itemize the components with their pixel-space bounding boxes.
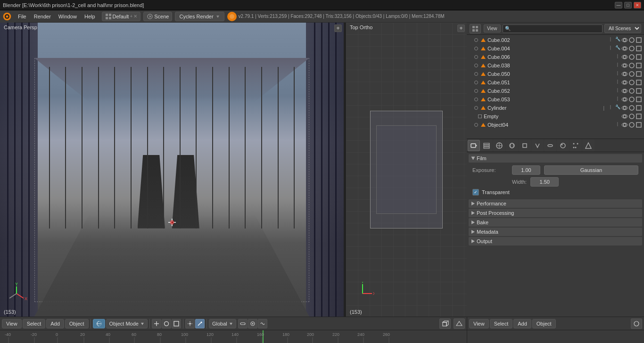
view-btn[interactable]: View xyxy=(2,319,22,328)
camera-persp-viewport[interactable]: Camera Persp (153) + X Y xyxy=(0,23,344,317)
restrict-camera-icon[interactable]: | xyxy=(607,37,614,43)
viewport-shading-btn[interactable] xyxy=(439,318,451,329)
restrict-icon[interactable]: | xyxy=(614,79,621,86)
global-select[interactable]: Global xyxy=(209,319,236,328)
cursor-icon[interactable] xyxy=(628,79,635,86)
restrict-icon[interactable]: | xyxy=(614,122,621,128)
visibility-dot[interactable] xyxy=(474,98,478,101)
eye-icon[interactable] xyxy=(621,71,628,77)
menu-window[interactable]: Window xyxy=(55,10,81,23)
render-icon[interactable] xyxy=(636,54,642,60)
minimize-button[interactable]: — xyxy=(615,2,622,8)
tab-data[interactable] xyxy=(544,140,556,151)
object-mode-select[interactable]: Object Mode xyxy=(106,319,148,328)
render-icon[interactable] xyxy=(636,96,642,103)
cursor-icon[interactable] xyxy=(628,88,635,94)
tool-icon-3[interactable] xyxy=(258,319,267,328)
eye-icon[interactable] xyxy=(621,88,628,94)
tool-icon-1[interactable] xyxy=(238,319,248,328)
add-btn[interactable]: Add xyxy=(46,319,64,328)
eye-icon[interactable] xyxy=(621,105,628,111)
menu-help[interactable]: Help xyxy=(81,10,99,23)
tab-world[interactable] xyxy=(506,140,518,151)
render-icon[interactable] xyxy=(636,88,642,94)
eye-icon[interactable] xyxy=(621,96,628,103)
cursor-icon[interactable] xyxy=(628,105,635,111)
render-icon[interactable] xyxy=(636,71,642,77)
width-field[interactable]: 1.50 xyxy=(530,177,559,187)
close-button[interactable]: ✕ xyxy=(634,2,641,8)
render-icon[interactable] xyxy=(636,79,642,86)
visibility-dot[interactable] xyxy=(474,89,478,93)
exposure-field[interactable]: 1.00 xyxy=(512,165,540,175)
film-section-header[interactable]: Film xyxy=(469,154,642,163)
outliner-item-cube050[interactable]: Cube.050 | xyxy=(467,70,644,78)
cursor-icon[interactable] xyxy=(628,122,635,128)
cursor-icon[interactable] xyxy=(628,54,635,60)
tab-particles[interactable] xyxy=(570,140,582,151)
layout-widget[interactable]: Default + ✕ xyxy=(102,12,141,21)
cursor-icon[interactable] xyxy=(628,37,635,43)
visibility-dot[interactable] xyxy=(474,38,478,42)
restrict-icon[interactable]: | xyxy=(614,88,621,94)
render-icon[interactable] xyxy=(636,122,642,128)
visibility-dot[interactable] xyxy=(474,64,478,67)
eye-icon[interactable] xyxy=(621,45,628,52)
right-shading-btn[interactable] xyxy=(631,318,642,329)
performance-section-header[interactable]: Performance xyxy=(469,199,642,208)
view-btn-right[interactable]: View xyxy=(469,319,489,328)
menu-file[interactable]: File xyxy=(14,10,30,23)
outliner-item-cube038[interactable]: Cube.038 | xyxy=(467,61,644,70)
layout-plus-icon[interactable]: + xyxy=(130,14,132,19)
eye-icon[interactable] xyxy=(621,62,628,69)
output-section-header[interactable]: Output xyxy=(469,237,642,245)
tab-render-layers[interactable] xyxy=(480,140,493,151)
corner-plus-icon[interactable]: + xyxy=(334,24,342,32)
restrict-icon[interactable]: | xyxy=(614,54,621,60)
cursor-icon[interactable] xyxy=(628,71,635,77)
tool-icon-2[interactable] xyxy=(248,319,257,328)
select-btn-right[interactable]: Select xyxy=(490,319,513,328)
transparent-checkbox[interactable]: ✓ xyxy=(472,189,479,196)
transform-orient-btn[interactable] xyxy=(195,319,205,328)
outliner-item-cube004[interactable]: Cube.004 | 🔧 xyxy=(467,44,644,53)
select-btn[interactable]: Select xyxy=(23,319,46,328)
timeline-ruler[interactable]: -40 -20 0 20 40 60 80 100 120 140 160 18… xyxy=(0,330,467,343)
eye-icon[interactable] xyxy=(621,122,628,128)
post-processing-section-header[interactable]: Post Processing xyxy=(469,209,642,217)
scenes-select[interactable]: All Scenes xyxy=(604,24,641,33)
vp-right-btn1[interactable] xyxy=(454,318,465,329)
render-icon[interactable] xyxy=(636,105,642,111)
object-btn-right[interactable]: Object xyxy=(532,319,556,328)
outliner-item-object04[interactable]: Object04 | xyxy=(467,121,644,129)
wrench-icon[interactable]: 🔧 xyxy=(614,45,621,52)
visibility-dot[interactable] xyxy=(474,72,478,76)
restrict-icon[interactable]: | xyxy=(614,71,621,77)
top-ortho-expand-btn[interactable]: + xyxy=(457,24,465,32)
restrict-icon2[interactable]: 🔧 xyxy=(614,105,621,111)
outliner-item-cylinder[interactable]: Cylinder | | 🔧 xyxy=(467,104,644,112)
maximize-button[interactable]: □ xyxy=(624,2,632,8)
tab-scene[interactable] xyxy=(493,140,505,151)
visibility-dot[interactable] xyxy=(474,47,478,50)
cursor-icon[interactable] xyxy=(628,96,635,103)
rotate-tool-btn[interactable] xyxy=(162,319,171,328)
eye-icon[interactable] xyxy=(621,113,628,120)
restrict-icon1[interactable]: | xyxy=(607,105,614,111)
add-btn-right[interactable]: Add xyxy=(513,319,531,328)
scene-widget[interactable]: Scene xyxy=(143,12,172,21)
cursor-icon[interactable] xyxy=(628,45,635,52)
visibility-dot[interactable] xyxy=(474,55,478,59)
outliner-item-cube051[interactable]: Cube.051 | xyxy=(467,78,644,87)
outliner-view-mode-btn[interactable] xyxy=(470,24,481,33)
view-label[interactable]: View xyxy=(484,24,501,33)
cursor-icon[interactable] xyxy=(628,62,635,69)
restrict-icon[interactable]: | xyxy=(614,96,621,103)
render-icon[interactable] xyxy=(636,62,642,69)
scale-tool-btn[interactable] xyxy=(172,319,181,328)
top-ortho-viewport[interactable]: Top Ortho (153) + X Y xyxy=(346,23,467,317)
outliner-item-cube002[interactable]: Cube.002 | 🔧 xyxy=(467,36,644,44)
visibility-dot[interactable] xyxy=(474,81,478,84)
tab-material[interactable] xyxy=(557,140,569,151)
restrict-icon[interactable]: | xyxy=(614,62,621,69)
